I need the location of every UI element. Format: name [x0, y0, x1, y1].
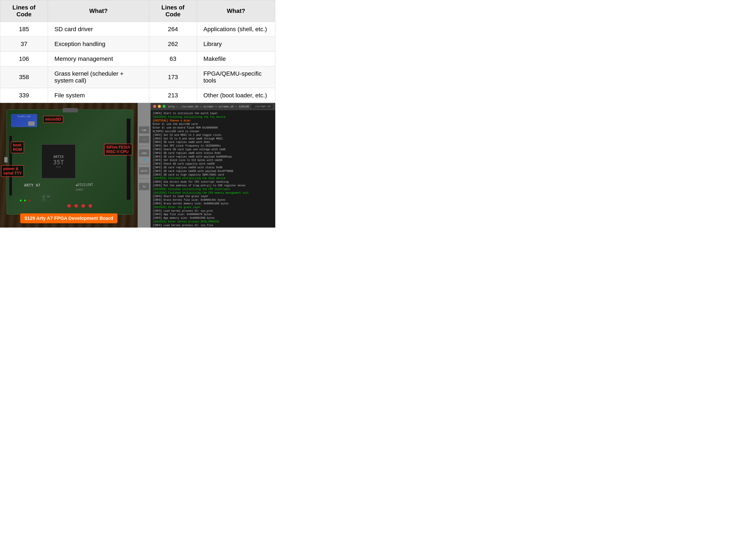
what1-cell: File system [48, 88, 149, 103]
terminal-line: [INFO] SD card replies cmd8 with status … [153, 152, 273, 155]
buttons-row [67, 204, 92, 208]
tl-close[interactable] [153, 105, 156, 108]
terminal-line: [INFO] SD card replies cmd58 with payloa… [153, 169, 273, 173]
terminal-line: [INFO] App memory size: 0x00001500 bytes [153, 216, 273, 220]
terminal-line: [INFO] SD card replies cmd0 with 0x01 [153, 141, 273, 144]
terminal-line: [INFO] SD card replies cmd8 with payload… [153, 155, 273, 159]
terminal-line: [INFO] Load kernel process #1: sys_proc [153, 209, 273, 213]
fpga-board-area: PmodMicroSD ARTIX 35T QC44 ARTY A7 ▲DIGI… [0, 103, 138, 227]
key-caps: caps [139, 149, 150, 157]
keyboard-strip: tab ~ caps shift fn [138, 103, 151, 227]
loc2-cell: 63 [149, 52, 197, 66]
loc2-cell: 173 [149, 66, 197, 88]
loc1-cell: 358 [0, 66, 48, 88]
terminal-body: [INFO] Start to initialize the earth lay… [151, 110, 275, 227]
terminal-line: [INFO] Start to initialize the earth lay… [153, 112, 273, 115]
board-brand: ARTY A7 [24, 183, 40, 187]
terminal-line: [SUCCESS] Finished initializing the disk… [153, 177, 273, 180]
loc1-cell: 339 [0, 88, 48, 103]
what1-cell: Memory management [48, 52, 149, 66]
terminal-line: Enter 8: use on-board flash ROM 0x208000… [153, 126, 273, 130]
led-3 [28, 200, 30, 201]
terminal-line: [INFO] Put the address of trap_entry() t… [153, 184, 273, 187]
what2-cell: Makefile [197, 52, 275, 66]
lines-of-code-table: Lines of Code What? Lines of Code What? … [0, 0, 275, 103]
terminal-line: [INFO] Set block size to 512 bytes with … [153, 159, 273, 162]
qc-label: QC OK11 [41, 195, 51, 202]
table-row: 358 Grass kernel (scheduler + system cal… [0, 66, 275, 88]
loc2-cell: 262 [149, 37, 197, 52]
loc1-cell: 37 [0, 37, 48, 52]
terminal-line: [INFO] Set CS to 0 and send cmd0 through… [153, 137, 273, 141]
key-tilde: ~ [139, 136, 150, 143]
terminal-line: 0[INFO] microSD card is chosen [153, 130, 273, 134]
terminal-line: [INFO] Set SPI clock frequency to 162500… [153, 144, 273, 148]
bootrom-annotation: bootROM [11, 142, 24, 153]
table-row: 339 File system 213 Other (boot loader, … [0, 88, 275, 103]
board-avnet: AVNET [76, 188, 83, 191]
loc2-cell: 213 [149, 88, 197, 103]
terminal-line: [SUCCESS] Finishing initializing the tty… [153, 115, 273, 119]
terminal-line: [INFO] Grass kernel memory size: 0x00001… [153, 202, 273, 206]
table-row: 185 SD card driver 264 Applications (she… [0, 22, 275, 37]
terminal-line: [CRITICAL] Choose a disk: [153, 119, 273, 123]
tl-maximize[interactable] [162, 105, 166, 108]
terminal-line: [SUCCESS] Enter kernel process GPID_PROC… [153, 220, 273, 224]
what2-cell: Library [197, 37, 275, 52]
terminal-line: [INFO] App file size: 0x00000d70 bytes [153, 213, 273, 216]
fpga-board: PmodMicroSD ARTIX 35T QC44 ARTY A7 ▲DIGI… [6, 109, 133, 215]
col4-header: What? [197, 0, 275, 22]
terminal-line: [SUCCESS] Enter the grass layer [153, 206, 273, 209]
table-row: 37 Exception handling 262 Library [0, 37, 275, 52]
usb-connector [63, 108, 78, 113]
board-caption: $129 Arty A7 FPGA Development Board [20, 213, 117, 223]
terminal-line: [INFO] Start to load the grass layer [153, 195, 273, 198]
terminal-line: [INFO] Load kernel process #2: sys_file [153, 224, 273, 227]
usbc-port [4, 157, 7, 162]
what2-cell: Applications (shell, etc.) [197, 22, 275, 37]
what1-cell: Exception handling [48, 37, 149, 52]
io-strip-right [127, 118, 131, 200]
what2-cell: FPGA/QEMU-specific tools [197, 66, 275, 88]
what1-cell: SD card driver [48, 22, 149, 37]
terminal-line: [SUCCESS] Finished initializing the CPU … [153, 187, 273, 191]
key-tab: tab [139, 126, 150, 134]
what1-cell: Grass kernel (scheduler + system call) [48, 66, 149, 88]
key-fn: fn [139, 183, 150, 191]
terminal-line: Enter 0: use the microSD card [153, 122, 273, 126]
fpga-chip: ARTIX 35T QC44 [41, 144, 76, 179]
terminal-line: [INFO] SD card replies cmd58 with status… [153, 166, 273, 169]
col3-header: Lines of Code [149, 0, 197, 22]
loc2-cell: 264 [149, 22, 197, 37]
led-1 [20, 200, 21, 201]
terminal-line: [INFO] Check SD card capacity with cmd58 [153, 162, 273, 166]
tl-minimize[interactable] [158, 105, 161, 108]
key-shift: shift [139, 167, 150, 175]
loc1-cell: 185 [0, 22, 48, 37]
bottom-section: PmodMicroSD ARTIX 35T QC44 ARTY A7 ▲DIGI… [0, 103, 275, 227]
terminal-line: [INFO] App file size: 0x000020b0 bytes [153, 227, 273, 228]
terminal-area: arty — ./screen.sh — screen • screen.sh … [151, 103, 275, 227]
terminal-tab[interactable]: ./screen.sh [251, 104, 273, 108]
loc1-cell: 106 [0, 52, 48, 66]
table-row: 106 Memory management 63 Makefile [0, 52, 275, 66]
microsd-annotation: microSD [43, 116, 63, 123]
led-2 [24, 200, 26, 201]
col1-header: Lines of Code [0, 0, 48, 22]
terminal-line: [INFO] Set CS and MOSI to 1 and toggle c… [153, 134, 273, 137]
board-digilent: ▲DIGILENT [76, 183, 93, 187]
terminal-line: [INFO] Check SD card type and voltage wi… [153, 148, 273, 152]
terminal-line: [SUCCESS] Finished initializing the CPU … [153, 191, 273, 195]
terminal-line: [INFO] SD card is high capacity SDHC/SDX… [153, 173, 273, 177]
what2-cell: Other (boot loader, etc.) [197, 88, 275, 103]
col2-header: What? [48, 0, 149, 22]
terminal-title: arty — ./screen.sh — screen • screen.sh … [167, 105, 250, 108]
terminal-line: [INFO] Grass kernel file size: 0x0000144… [153, 198, 273, 202]
cpu-annotation: SiFive FE310RISC-V CPU [104, 144, 132, 155]
power-tty-annotation: power &serial TTY [1, 165, 24, 177]
terminal-line: [INFO] Use direct mode for CPU interrupt… [153, 180, 273, 184]
microsd-module: PmodMicroSD [11, 114, 37, 127]
terminal-titlebar: arty — ./screen.sh — screen • screen.sh … [151, 103, 275, 110]
